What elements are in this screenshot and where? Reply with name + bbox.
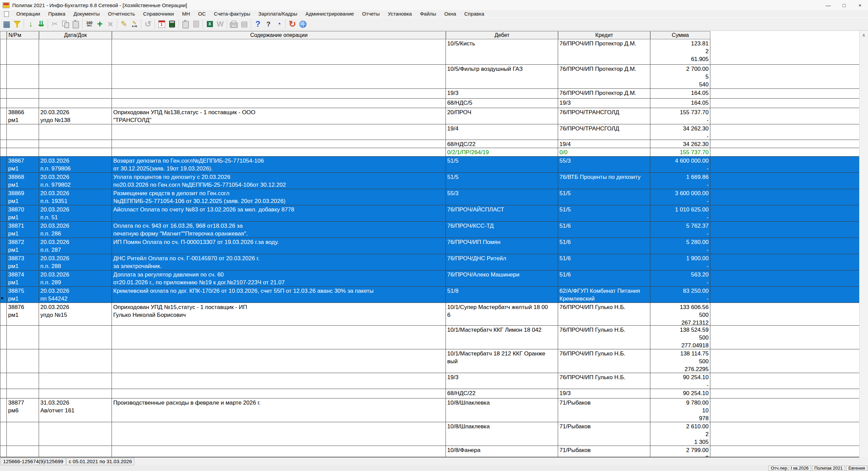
cell-content: Айспласт Оплата по счету №83 от 13.02.20… [112, 205, 446, 221]
clipboard-copy-button[interactable] [180, 19, 191, 29]
menu-item-3[interactable]: Отчетность [104, 10, 139, 18]
print-button[interactable] [229, 19, 239, 29]
status-bar: 125666-125674(9)/125699с 05.01.2021 по 3… [0, 457, 868, 466]
column-gutter-header[interactable] [0, 31, 7, 39]
table-row[interactable]: 38869 рм120.03.2026 п.п. 19351Размещение… [0, 189, 859, 205]
cut-button[interactable]: ✂ [50, 19, 60, 29]
close-button[interactable]: × [852, 0, 868, 10]
cell-sum: 34 262.30 [650, 140, 710, 148]
table-row[interactable]: 38874 рм120.03.2026 п.п. 289Доплата за р… [0, 270, 859, 287]
globe-button[interactable] [298, 19, 308, 29]
document-icon[interactable] [4, 11, 9, 17]
cell-credit: 51/5 [558, 189, 650, 205]
cell-n-rm [7, 99, 39, 108]
scroll-up-icon[interactable]: ∧ [860, 31, 868, 40]
table-row[interactable]: 38877 рм631.03.2026 Ав/отчет 161Производ… [0, 398, 859, 422]
menu-item-10[interactable]: Отчеты [358, 10, 384, 18]
help-button[interactable]: ? [253, 19, 263, 29]
menu-item-5[interactable]: МН [178, 10, 194, 18]
menu-item-13[interactable]: Окна [440, 10, 460, 18]
table-row[interactable]: 68/НДС/519/3164.05 [0, 99, 859, 108]
menu-item-2[interactable]: Документы [70, 10, 104, 18]
table-row[interactable]: 38868 рм120.03.2026 п.п. 979802Уплата пр… [0, 173, 859, 189]
row-gutter [0, 238, 7, 254]
table-row[interactable]: 10/8/Шпаклевка71/Рыбаков2 610.00 2 1 305 [0, 422, 859, 446]
table-row[interactable]: 38873 рм120.03.2026 п.п. 288ДНС Ритейл О… [0, 254, 859, 270]
delete-operation-button[interactable]: × [105, 19, 116, 29]
table-row[interactable]: 19/376/ПРОЧ/ИП Гулько Н.Б.90 254.10 - [0, 373, 859, 389]
cell-date-doc: 20.03.2026 п.п. 979806 [39, 157, 112, 172]
table-row[interactable]: 38870 рм120.03.2026 п.п. 51Айспласт Опла… [0, 205, 859, 222]
paste-button[interactable] [71, 19, 81, 29]
cell-debit: 10/8/Шпаклевка [446, 398, 558, 422]
table-row[interactable]: 10/5/Кисть76/ПРОЧ/ИП Протектор Д.М.123.8… [0, 39, 859, 65]
menu-item-9[interactable]: Администрирование [301, 10, 358, 18]
table-row[interactable]: 38866 рм120.03.2026 упдо №138Оприходован… [0, 108, 859, 124]
menu-item-0[interactable]: Операции [12, 10, 44, 18]
table-row[interactable]: 19/476/ПРОЧ/ТРАНСГОЛД34 262.30 - [0, 124, 859, 140]
menu-item-11[interactable]: Установка [384, 10, 416, 18]
journal-columns-button[interactable]: ▦ [1, 19, 12, 29]
menu-item-6[interactable]: ОС [194, 10, 210, 18]
print-preview-button[interactable]: ▤ [239, 19, 250, 29]
column-sum-header[interactable]: Сумма [650, 31, 710, 39]
currency-rate-button[interactable]: 160ЭКС [84, 19, 95, 29]
column-debit-header[interactable]: Дебет [446, 31, 558, 39]
marker-button[interactable]: ✎ [119, 19, 129, 29]
row-gutter [0, 222, 7, 238]
add-operation-button[interactable]: + [95, 19, 105, 29]
column-n-rm-header[interactable]: N/Рм [7, 31, 39, 39]
copy-button[interactable] [60, 19, 71, 29]
sync-button[interactable]: ↻ [287, 19, 298, 29]
cell-debit: 68/НДС/5 [446, 99, 558, 108]
table-row[interactable]: 10/5/Фильтр воздушный ГАЗ76/ПРОЧ/ИП Прот… [0, 65, 859, 89]
bottom-status-field-1: Полипак 2021 [812, 466, 845, 471]
table-row[interactable]: 10/1/Мастербатч 18 212 ККГ Оранже вый76/… [0, 349, 859, 373]
column-credit-header[interactable]: Кредит [558, 31, 650, 39]
clipboard-blank-button[interactable] [191, 19, 201, 29]
table-row[interactable]: 38875 рм120.03.2026 пп 544242Кремлевский… [0, 287, 859, 303]
word-export-button[interactable]: W [215, 19, 225, 29]
menu-item-14[interactable]: Справка [460, 10, 488, 18]
table-row[interactable]: 19/376/ПРОЧ/ИП Протектор Д.М.164.05 [0, 89, 859, 99]
sort-ascending-button[interactable]: ↓ [25, 19, 36, 29]
filter-button[interactable] [12, 19, 22, 29]
table-row[interactable]: 10/8/Фанера71/Рыбаков2 799.00 2 [0, 446, 859, 457]
cell-content [112, 65, 446, 88]
calculator-button[interactable] [167, 19, 177, 29]
row-gutter [0, 349, 7, 373]
toolbar-separator [285, 19, 286, 29]
column-date-doc-header[interactable]: Дата/Док [39, 31, 112, 39]
column-content-header[interactable]: Содержание операции [112, 31, 446, 39]
menu-item-1[interactable]: Правка [44, 10, 70, 18]
menu-item-7[interactable]: Счета-фактуры [210, 10, 254, 18]
maximize-button[interactable]: □ [836, 0, 852, 10]
minimize-button[interactable]: — [820, 0, 836, 10]
row-gutter [0, 157, 7, 172]
clock-button[interactable]: ◔ [274, 19, 284, 29]
toolbar-separator [155, 19, 155, 29]
context-help-button[interactable]: ? [263, 19, 274, 29]
table-row[interactable]: 68/НДС/2219/390 254.10 [0, 389, 859, 398]
cell-date-doc: 20.03.2026 упдо №138 [39, 108, 112, 124]
table-row[interactable]: 38872 рм120.03.2026 п.п. 287ИП Помян Опл… [0, 238, 859, 254]
vertical-scrollbar[interactable]: ∧ [859, 31, 868, 457]
row-gutter [0, 99, 7, 108]
calendar-lne-button[interactable] [156, 19, 167, 29]
menu-item-4[interactable]: Справочники [139, 10, 178, 18]
menu-item-8[interactable]: Зарплата/Кадры [254, 10, 301, 18]
row-gutter [0, 173, 7, 189]
sort-descending-button[interactable]: ⇊ [36, 19, 46, 29]
excel-export-button[interactable] [204, 19, 215, 29]
table-row[interactable]: 10/1/Мастербатч ККГ Лимон 18 04276/ПРОЧ/… [0, 326, 859, 349]
cell-credit: 51/6 [558, 270, 650, 286]
table-row[interactable]: 0/2/1/ПР/264/190/0155 737.70 [0, 148, 859, 157]
menu-item-12[interactable]: Файлы [416, 10, 440, 18]
table-row[interactable]: 68/НДС/2219/434 262.30 [0, 140, 859, 148]
cell-n-rm [7, 148, 39, 156]
marker-ab-button[interactable]: ✎A+B [129, 19, 140, 29]
table-row[interactable]: 38871 рм120.03.2026 п.п. 286Оплата по сч… [0, 222, 859, 238]
table-row[interactable]: 38876 рм120.03.2026 упдо №15Оприходован … [0, 303, 859, 326]
table-row[interactable]: 38867 рм120.03.2026 п.п. 979806Возврат д… [0, 157, 859, 173]
undo-button[interactable]: ↺ [143, 19, 153, 29]
